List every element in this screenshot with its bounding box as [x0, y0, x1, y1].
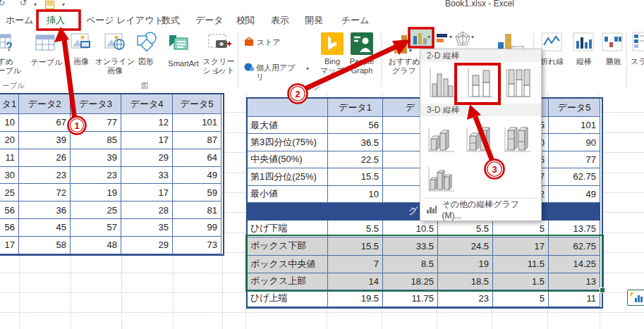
- cell[interactable]: 77: [71, 114, 121, 132]
- cell[interactable]: タ1: [0, 94, 19, 114]
- cell[interactable]: 101: [549, 117, 600, 134]
- cell[interactable]: データ1: [328, 99, 383, 117]
- cell[interactable]: 48: [71, 237, 121, 254]
- tab-view[interactable]: 表示: [271, 11, 289, 30]
- cell[interactable]: 29: [121, 149, 173, 167]
- cell[interactable]: 11: [0, 149, 19, 167]
- bing-maps-button[interactable]: [321, 32, 344, 58]
- cell[interactable]: 39: [71, 149, 121, 167]
- cell[interactable]: 90: [549, 134, 600, 151]
- cell[interactable]: 10: [0, 114, 19, 132]
- cell[interactable]: データ3: [71, 94, 121, 114]
- cell[interactable]: 25: [71, 201, 121, 219]
- cell[interactable]: 81: [173, 201, 221, 219]
- cell[interactable]: 56: [0, 201, 19, 219]
- cell[interactable]: 30: [0, 167, 19, 185]
- cell[interactable]: 35: [121, 219, 173, 237]
- undo-icon[interactable]: ↺: [20, 0, 27, 8]
- chart-option-100-stacked-column[interactable]: [502, 66, 533, 101]
- cell[interactable]: 56: [0, 219, 19, 237]
- cell[interactable]: 36.5: [328, 134, 383, 151]
- sparkline-line-button[interactable]: [541, 32, 562, 54]
- cell[interactable]: 99: [173, 219, 221, 237]
- source-data-table[interactable]: タ1 データ2 データ3 データ4 データ5 10 67 77 12 101 2…: [0, 93, 224, 256]
- tab-formulas[interactable]: 数式: [162, 11, 180, 30]
- cell[interactable]: 19.5: [328, 290, 383, 307]
- cell[interactable]: 67: [19, 114, 71, 132]
- sparkline-column-button[interactable]: [573, 32, 594, 54]
- cell[interactable]: 中央値(50%): [248, 151, 328, 168]
- cell[interactable]: 59: [173, 184, 221, 201]
- chart-option-3d-clustered-column[interactable]: [426, 120, 457, 155]
- cell[interactable]: 33: [121, 167, 173, 185]
- cell[interactable]: 23: [438, 290, 493, 307]
- cell[interactable]: 19: [71, 184, 121, 201]
- cell[interactable]: 17: [0, 237, 19, 254]
- cell[interactable]: 最大値: [248, 117, 328, 134]
- cell[interactable]: データ4: [121, 94, 173, 114]
- pictures-button[interactable]: [71, 32, 92, 56]
- personal-apps-button[interactable]: 個人用アプリ: [256, 63, 303, 82]
- cell[interactable]: データ5: [173, 94, 221, 114]
- cell[interactable]: 10: [328, 186, 383, 203]
- insert-column-chart-button[interactable]: [411, 30, 432, 47]
- chart-option-clustered-column[interactable]: [426, 66, 457, 101]
- cell[interactable]: 36: [19, 201, 71, 219]
- table-button[interactable]: [35, 33, 55, 56]
- cell[interactable]: 17: [121, 184, 173, 201]
- cell[interactable]: 15.5: [328, 168, 383, 185]
- recommended-pivottable-button[interactable]: ?: [0, 32, 16, 56]
- cell[interactable]: 12: [121, 114, 173, 132]
- chart-option-stacked-column[interactable]: [464, 66, 495, 101]
- cell[interactable]: データ5: [549, 99, 600, 117]
- cell[interactable]: 101: [173, 114, 221, 132]
- insert-bar-chart-button[interactable]: [436, 31, 453, 49]
- cell[interactable]: 58: [19, 237, 71, 254]
- chart-option-3d-stacked-column[interactable]: [464, 120, 495, 155]
- menu-item-more-column-charts[interactable]: その他の縦棒グラフ(M)...: [420, 199, 541, 219]
- cell[interactable]: [248, 99, 328, 117]
- cell[interactable]: 5: [493, 290, 549, 307]
- cell[interactable]: 56: [328, 117, 383, 134]
- cell[interactable]: 57: [71, 219, 121, 237]
- cell[interactable]: 64: [173, 149, 221, 167]
- insert-radar-chart-button[interactable]: [454, 30, 473, 50]
- cell[interactable]: 23: [71, 167, 121, 185]
- sparkline-winloss-button[interactable]: [602, 32, 623, 54]
- cell[interactable]: 26: [19, 149, 71, 167]
- cell[interactable]: 11.75: [383, 290, 438, 307]
- cell[interactable]: 22.5: [328, 151, 383, 168]
- cell[interactable]: 25: [0, 184, 19, 201]
- cell[interactable]: 49: [549, 186, 600, 203]
- cell[interactable]: 85: [71, 132, 121, 149]
- people-graph-button[interactable]: [351, 32, 373, 58]
- worksheet[interactable]: タ1 データ2 データ3 データ4 データ5 10 67 77 12 101 2…: [0, 92, 644, 329]
- quick-access-table-icon[interactable]: [45, 1, 54, 9]
- cell[interactable]: 28: [121, 201, 173, 219]
- online-pictures-button[interactable]: [104, 32, 126, 56]
- cell[interactable]: 第1四分位(25%): [248, 168, 328, 185]
- cell[interactable]: 87: [173, 132, 221, 149]
- personal-apps-caret-icon[interactable]: [306, 66, 309, 72]
- shapes-button[interactable]: [135, 32, 158, 57]
- cell[interactable]: 17: [121, 132, 173, 149]
- chart-option-3d-column[interactable]: [426, 159, 457, 194]
- cell[interactable]: 62.75: [549, 168, 600, 185]
- cell[interactable]: 73: [173, 237, 221, 254]
- tab-data[interactable]: データ: [195, 11, 224, 30]
- cell[interactable]: データ2: [19, 94, 71, 114]
- cell[interactable]: 49: [173, 167, 221, 185]
- tab-page-layout[interactable]: ページ レイアウト: [86, 11, 164, 30]
- cell[interactable]: 77: [549, 151, 600, 168]
- cell[interactable]: 第3四分位(75%): [248, 134, 328, 151]
- tab-insert[interactable]: 挿入: [47, 11, 65, 30]
- selection-range[interactable]: [245, 235, 604, 292]
- cell[interactable]: 45: [19, 219, 71, 237]
- cell[interactable]: 72: [19, 184, 71, 201]
- cell[interactable]: 29: [121, 237, 173, 254]
- tab-home[interactable]: ホーム: [6, 11, 34, 30]
- tab-developer[interactable]: 開発: [305, 11, 323, 30]
- fill-handle[interactable]: [600, 287, 605, 293]
- cell[interactable]: 23: [19, 167, 71, 185]
- cell[interactable]: 20: [0, 132, 19, 149]
